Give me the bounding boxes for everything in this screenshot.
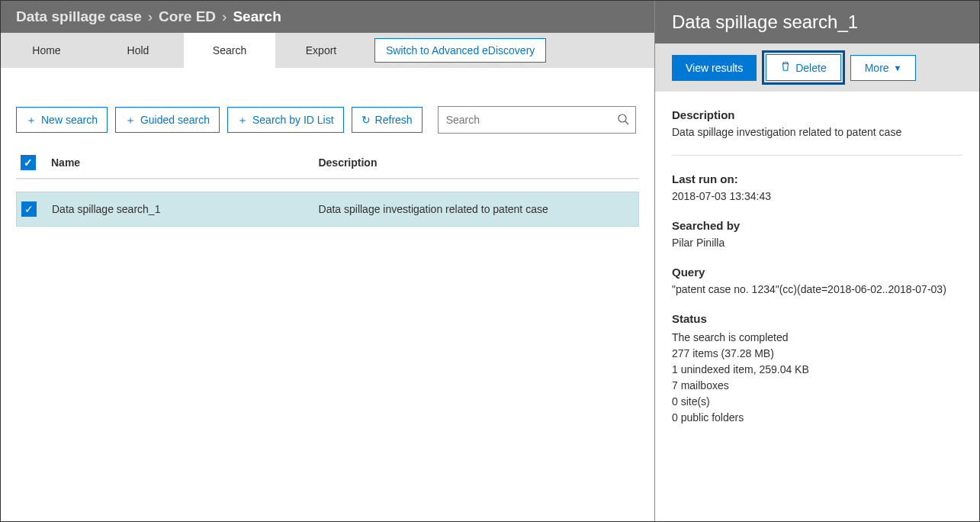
status-lines: The search is completed 277 items (37.28… bbox=[672, 330, 962, 426]
button-label: New search bbox=[41, 114, 98, 126]
refresh-button[interactable]: ↻ Refresh bbox=[352, 107, 423, 133]
status-label: Status bbox=[672, 312, 962, 325]
svg-line-1 bbox=[625, 121, 628, 124]
search-by-id-list-button[interactable]: ＋ Search by ID List bbox=[227, 107, 344, 133]
last-run-value: 2018-07-03 13:34:43 bbox=[672, 190, 962, 202]
tab-search[interactable]: Search bbox=[184, 33, 275, 68]
plus-icon: ＋ bbox=[125, 114, 136, 125]
svg-point-0 bbox=[619, 114, 626, 122]
button-label: Search by ID List bbox=[252, 114, 334, 126]
more-button[interactable]: More ▼ bbox=[850, 55, 917, 81]
details-panel: Data spillage search_1 View results Dele… bbox=[655, 1, 979, 521]
toolbar: ＋ New search ＋ Guided search ＋ Search by… bbox=[1, 68, 654, 144]
panel-title: Data spillage search_1 bbox=[655, 1, 979, 44]
description-label: Description bbox=[672, 108, 962, 121]
breadcrumb-item: Search bbox=[233, 8, 281, 25]
column-header-name[interactable]: Name bbox=[51, 156, 318, 169]
status-line: The search is completed bbox=[672, 330, 962, 346]
button-label: Refresh bbox=[375, 114, 413, 126]
button-label: Delete bbox=[795, 62, 826, 74]
searched-by-value: Pilar Pinilla bbox=[672, 237, 962, 249]
search-input[interactable] bbox=[446, 114, 617, 126]
status-line: 277 items (37.28 MB) bbox=[672, 346, 962, 362]
description-value: Data spillage investigation related to p… bbox=[672, 126, 962, 138]
search-box[interactable] bbox=[438, 106, 636, 134]
refresh-icon: ↻ bbox=[361, 114, 371, 125]
chevron-right-icon: › bbox=[222, 8, 227, 25]
status-line: 1 unindexed item, 259.04 KB bbox=[672, 362, 962, 378]
table-header-row: ✓ Name Description bbox=[16, 144, 639, 179]
row-checkbox[interactable]: ✓ bbox=[21, 201, 37, 217]
searched-by-label: Searched by bbox=[672, 219, 962, 232]
chevron-down-icon: ▼ bbox=[894, 63, 902, 72]
button-label: Guided search bbox=[140, 114, 210, 126]
select-all-checkbox[interactable]: ✓ bbox=[21, 155, 36, 170]
trash-icon bbox=[780, 61, 791, 74]
button-label: More bbox=[865, 62, 889, 74]
tabs-row: Home Hold Search Export Switch to Advanc… bbox=[1, 33, 654, 68]
new-search-button[interactable]: ＋ New search bbox=[16, 107, 108, 133]
plus-icon: ＋ bbox=[26, 114, 37, 125]
guided-search-button[interactable]: ＋ Guided search bbox=[115, 107, 220, 133]
breadcrumb: Data spillage case › Core ED › Search bbox=[1, 1, 654, 33]
query-value: "patent case no. 1234"(cc)(date=2018-06-… bbox=[672, 283, 962, 295]
tab-export[interactable]: Export bbox=[275, 33, 367, 68]
switch-advanced-ediscovery-button[interactable]: Switch to Advanced eDiscovery bbox=[374, 38, 546, 63]
status-line: 0 site(s) bbox=[672, 394, 962, 410]
tab-home[interactable]: Home bbox=[1, 33, 92, 68]
row-description: Data spillage investigation related to p… bbox=[319, 203, 638, 215]
table-row[interactable]: ✓ Data spillage search_1 Data spillage i… bbox=[16, 192, 639, 227]
divider bbox=[672, 155, 962, 156]
status-line: 7 mailboxes bbox=[672, 378, 962, 394]
tab-hold[interactable]: Hold bbox=[92, 33, 184, 68]
breadcrumb-item[interactable]: Core ED bbox=[159, 8, 216, 25]
search-results-table: ✓ Name Description ✓ Data spillage searc… bbox=[1, 144, 654, 227]
chevron-right-icon: › bbox=[148, 8, 153, 25]
view-results-button[interactable]: View results bbox=[672, 55, 757, 81]
search-icon[interactable] bbox=[617, 113, 629, 127]
column-header-description[interactable]: Description bbox=[318, 156, 639, 169]
last-run-label: Last run on: bbox=[672, 172, 962, 185]
delete-button[interactable]: Delete bbox=[766, 54, 840, 81]
status-line: 0 public folders bbox=[672, 410, 962, 426]
row-name: Data spillage search_1 bbox=[52, 203, 319, 215]
panel-actions: View results Delete More ▼ bbox=[655, 44, 979, 92]
breadcrumb-item[interactable]: Data spillage case bbox=[16, 8, 142, 25]
plus-icon: ＋ bbox=[237, 114, 248, 125]
query-label: Query bbox=[672, 266, 962, 279]
